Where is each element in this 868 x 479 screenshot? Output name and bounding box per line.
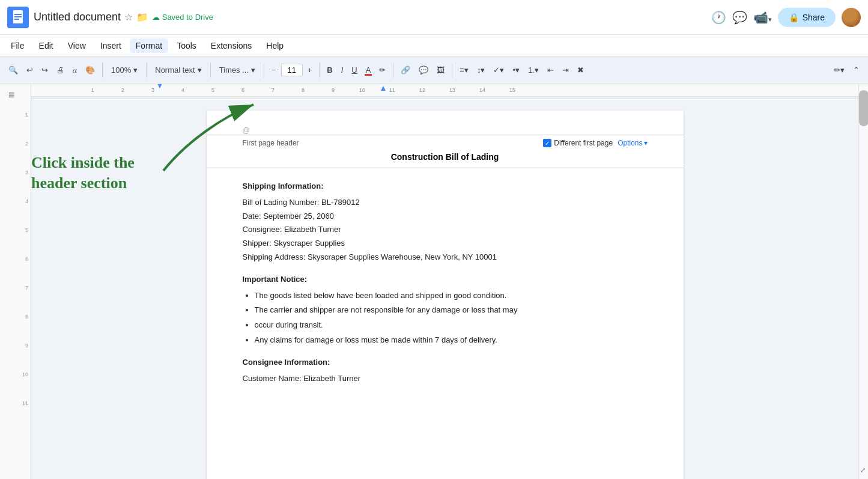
important-title: Important Notice: [243, 273, 648, 286]
toolbar: 🔍 ↩ ↪ 🖨 𝛼 🎨 100% ▾ Normal text ▾ Times .… [0, 56, 868, 84]
outline-icon[interactable]: ≡ [8, 89, 15, 102]
svg-text:6: 6 [241, 87, 244, 93]
ruler-mark: 6 [25, 256, 28, 285]
meet-icon[interactable]: 📹▾ [753, 10, 772, 25]
highlight-button[interactable]: ✏ [375, 63, 389, 77]
toolbar-separator-2 [146, 63, 147, 78]
menu-view[interactable]: View [62, 38, 92, 53]
font-size-increase[interactable]: + [304, 63, 316, 77]
svg-text:3: 3 [151, 87, 154, 93]
svg-rect-1 [14, 14, 22, 15]
chevron-down-icon: ▾ [251, 66, 255, 75]
shipping-section: Shipping Information: Bill of Lading Num… [243, 180, 648, 264]
menu-bar: File Edit View Insert Format Tools Exten… [0, 35, 868, 56]
menu-edit[interactable]: Edit [33, 38, 59, 53]
chevron-down-icon: ▾ [133, 66, 138, 75]
bill-number: Bill of Lading Number: BL-789012 [243, 197, 648, 209]
collapse-button[interactable]: ⌃ [849, 63, 863, 77]
svg-marker-20 [157, 84, 162, 88]
ruler-mark: 11 [22, 400, 28, 429]
bullet-item-2: The carrier and shipper are not responsi… [255, 304, 648, 317]
folder-icon[interactable]: 📁 [136, 11, 148, 23]
expand-icon[interactable]: ⤢ [860, 466, 866, 474]
title-right: 🕐 💬 📹▾ 🔒 Share [711, 8, 861, 27]
page-container: Click inside the header section [31, 99, 858, 479]
svg-text:2: 2 [121, 87, 124, 93]
svg-text:10: 10 [359, 87, 365, 93]
print-button[interactable]: 🖨 [53, 63, 68, 77]
undo-button[interactable]: ↩ [23, 63, 37, 77]
user-avatar[interactable] [842, 8, 861, 27]
doc-title[interactable]: Untitled document [34, 11, 121, 23]
underline-button[interactable]: U [348, 63, 360, 77]
redo-button[interactable]: ↪ [38, 63, 52, 77]
vertical-ruler: 1 2 3 4 5 6 7 8 9 10 11 [0, 109, 31, 479]
style-dropdown[interactable]: Normal text ▾ [150, 63, 206, 77]
font-size-decrease[interactable]: − [268, 63, 280, 77]
bullet-list-button[interactable]: •▾ [509, 63, 523, 77]
menu-help[interactable]: Help [260, 38, 290, 53]
svg-text:5: 5 [211, 87, 214, 93]
menu-insert[interactable]: Insert [94, 38, 127, 53]
numbered-list-button[interactable]: 1.▾ [524, 63, 542, 77]
svg-text:1: 1 [91, 87, 94, 93]
menu-file[interactable]: File [5, 38, 31, 53]
font-dropdown[interactable]: Times ... ▾ [214, 63, 260, 77]
font-size-input[interactable] [281, 64, 303, 76]
header-top-area[interactable]: @ [207, 111, 684, 135]
saved-status: ☁ Saved to Drive [152, 13, 213, 22]
indent-decrease-button[interactable]: ⇤ [544, 63, 557, 77]
star-icon[interactable]: ☆ [124, 11, 133, 23]
ruler-mark: 5 [25, 227, 28, 256]
consignee-info-title: Consignee Information: [243, 356, 648, 369]
chevron-down-icon: ▾ [644, 139, 648, 147]
share-button[interactable]: 🔒 Share [778, 8, 836, 27]
ruler-mark: 3 [25, 169, 28, 198]
font-color-button[interactable]: A [362, 63, 375, 77]
ruler-mark: 10 [22, 371, 28, 400]
svg-text:12: 12 [419, 87, 425, 93]
spellcheck-button[interactable]: 𝛼 [69, 63, 80, 78]
date: Date: September 25, 2060 [243, 210, 648, 223]
align-button[interactable]: ≡▾ [456, 63, 472, 77]
important-section: Important Notice: The goods listed below… [243, 273, 648, 347]
image-button[interactable]: 🖼 [433, 63, 448, 77]
indent-increase-button[interactable]: ⇥ [559, 63, 572, 77]
zoom-dropdown[interactable]: 100% ▾ [106, 63, 142, 77]
left-panel: ≡ 1 2 3 4 5 6 7 8 9 10 11 [0, 84, 31, 479]
menu-extensions[interactable]: Extensions [205, 38, 258, 53]
ruler-mark: 8 [25, 314, 28, 343]
scrollbar-area: ⤢ [858, 84, 868, 479]
lock-icon: 🔒 [789, 13, 799, 22]
paint-format-button[interactable]: 🎨 [82, 63, 99, 77]
bold-button[interactable]: B [323, 63, 336, 77]
doc-area: 1 2 3 4 5 6 7 8 9 10 11 12 13 14 15 [31, 84, 858, 479]
italic-button[interactable]: I [338, 63, 347, 77]
title-left: Untitled document ☆ 📁 ☁ Saved to Drive [7, 7, 213, 28]
scrollbar-thumb[interactable] [859, 90, 868, 126]
diff-first-checkbox[interactable]: ✓ [543, 139, 551, 147]
clear-format-button[interactable]: ✖ [574, 63, 587, 77]
comment-icon[interactable]: 💬 [732, 10, 747, 25]
link-button[interactable]: 🔗 [397, 63, 414, 77]
menu-format[interactable]: Format [130, 38, 168, 53]
consignee-section: Consignee Information: Customer Name: El… [243, 356, 648, 385]
header-content[interactable]: Construction Bill of Lading [243, 150, 648, 164]
menu-tools[interactable]: Tools [171, 38, 202, 53]
options-dropdown[interactable]: Options ▾ [618, 139, 647, 147]
body-content: Shipping Information: Bill of Lading Num… [207, 168, 684, 406]
header-area[interactable]: First page header ✓ Different first page… [207, 135, 684, 168]
search-button[interactable]: 🔍 [5, 63, 22, 77]
comment-button[interactable]: 💬 [415, 63, 432, 77]
history-icon[interactable]: 🕐 [711, 10, 726, 25]
svg-text:14: 14 [479, 87, 485, 93]
svg-text:4: 4 [181, 87, 184, 93]
checklist-button[interactable]: ✓▾ [490, 63, 508, 77]
diff-first-label: Different first page [554, 139, 613, 147]
line-spacing-button[interactable]: ↕▾ [473, 63, 489, 77]
svg-rect-3 [14, 19, 19, 20]
svg-marker-21 [381, 86, 386, 91]
pencil-mode-button[interactable]: ✏▾ [830, 63, 848, 77]
chevron-down-icon: ▾ [198, 66, 202, 75]
diff-first-page-option[interactable]: ✓ Different first page [543, 139, 613, 147]
